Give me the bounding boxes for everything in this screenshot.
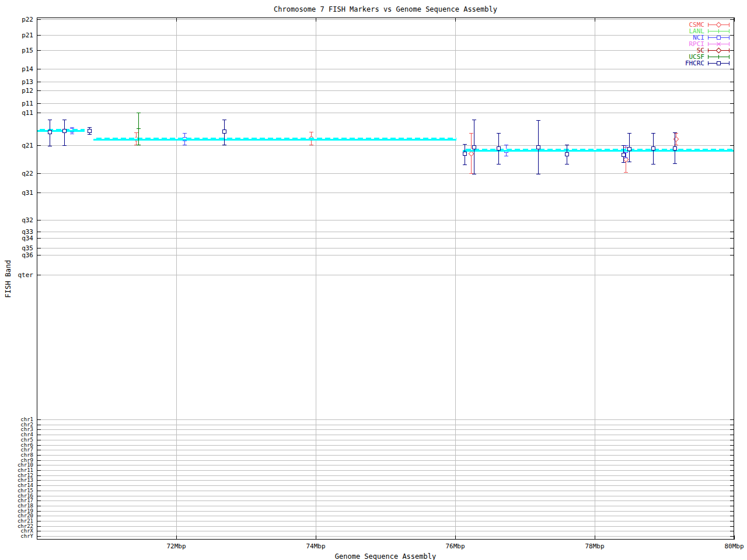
FHCRC-cap bbox=[48, 146, 52, 146]
y-tick bbox=[37, 232, 41, 232]
y-tick bbox=[730, 103, 734, 104]
FHCRC-cap bbox=[222, 120, 226, 120]
FHCRC-cap bbox=[622, 162, 626, 163]
y-tick bbox=[37, 531, 41, 531]
x-tick bbox=[316, 536, 316, 540]
y-tick-label: q35 bbox=[0, 245, 33, 251]
UCSF-cap bbox=[137, 113, 141, 113]
y-tick-label: p13 bbox=[0, 79, 33, 85]
x-tick bbox=[734, 18, 735, 22]
y-tick bbox=[37, 445, 41, 446]
y-tick bbox=[730, 238, 734, 239]
y-tick bbox=[730, 531, 734, 531]
y-tick bbox=[730, 440, 734, 440]
y-tick bbox=[37, 35, 41, 36]
FHCRC-cap bbox=[565, 145, 569, 145]
y-tick bbox=[730, 435, 734, 435]
FHCRC-marker bbox=[565, 152, 569, 156]
FHCRC-cap bbox=[673, 163, 677, 164]
x-tick bbox=[316, 18, 316, 22]
FHCRC-marker bbox=[497, 146, 501, 150]
legend-sample-cap bbox=[729, 42, 729, 46]
legend-label-rpci: RPCI bbox=[642, 41, 704, 47]
y-tick-label: q21 bbox=[0, 142, 33, 149]
y-tick bbox=[730, 173, 734, 174]
FHCRC-cap bbox=[673, 132, 677, 133]
y-tick bbox=[730, 470, 734, 471]
legend-lanl-marker bbox=[718, 29, 719, 33]
y-tick bbox=[730, 511, 734, 512]
x-tick-label: 72Mbp bbox=[156, 543, 197, 550]
FHCRC-cap bbox=[88, 134, 92, 135]
y-tick-label: p12 bbox=[0, 88, 33, 94]
y-tick bbox=[730, 82, 734, 82]
legend-sample-cap bbox=[729, 23, 729, 27]
legend-sample-cap bbox=[729, 55, 729, 59]
FHCRC-cap bbox=[463, 144, 467, 145]
y-tick bbox=[730, 232, 734, 232]
FHCRC-cap bbox=[62, 120, 67, 120]
FHCRC-cap bbox=[62, 145, 67, 146]
y-tick bbox=[37, 440, 41, 440]
x-tick bbox=[176, 18, 177, 22]
FHCRC-cap bbox=[472, 120, 476, 120]
y-tick bbox=[37, 511, 41, 512]
FHCRC-marker bbox=[673, 146, 677, 150]
y-tick bbox=[730, 536, 734, 537]
y-tick bbox=[37, 425, 41, 425]
y-tick bbox=[730, 480, 734, 481]
y-tick bbox=[37, 50, 41, 51]
FHCRC-marker bbox=[651, 146, 655, 150]
y-tick bbox=[37, 521, 41, 522]
y-tick-label: p14 bbox=[0, 66, 33, 72]
y-tick bbox=[730, 90, 734, 91]
y-tick-label: q36 bbox=[0, 252, 33, 258]
FHCRC-cap bbox=[472, 174, 476, 174]
y-tick bbox=[730, 145, 734, 146]
FHCRC-marker bbox=[62, 129, 67, 133]
y-tick bbox=[37, 82, 41, 82]
legend-sample-cap bbox=[708, 48, 708, 52]
y-tick bbox=[37, 465, 41, 466]
UCSF-cap bbox=[137, 145, 141, 145]
y-tick bbox=[37, 496, 41, 496]
y-tick-label: q31 bbox=[0, 190, 33, 196]
y-tick bbox=[730, 465, 734, 466]
legend-label-fhcrc: FHCRC bbox=[642, 60, 704, 66]
y-tick bbox=[37, 103, 41, 104]
FHCRC-cap bbox=[88, 127, 92, 128]
FHCRC-cap bbox=[627, 133, 631, 134]
y-tick bbox=[730, 220, 734, 220]
y-tick bbox=[37, 501, 41, 501]
legend-sample-cap bbox=[729, 61, 729, 65]
y-tick bbox=[37, 238, 41, 239]
y-tick bbox=[730, 485, 734, 486]
y-tick bbox=[730, 248, 734, 249]
y-tick bbox=[730, 501, 734, 501]
y-tick bbox=[37, 145, 41, 146]
y-tick bbox=[730, 496, 734, 496]
FHCRC-cap bbox=[536, 120, 540, 121]
FHCRC-cap bbox=[497, 133, 501, 134]
y-tick bbox=[730, 460, 734, 461]
legend-fhcrc-marker bbox=[717, 61, 721, 65]
y-tick bbox=[730, 50, 734, 51]
y-axis-title: FISH Band bbox=[4, 256, 12, 302]
y-tick bbox=[730, 521, 734, 522]
y-tick bbox=[37, 275, 41, 275]
y-tick bbox=[730, 419, 734, 420]
legend-sample-cap bbox=[708, 36, 708, 40]
x-tick-label: 80Mbp bbox=[714, 543, 747, 550]
FHCRC-cap bbox=[627, 162, 631, 162]
y-tick bbox=[37, 192, 41, 193]
y-tick bbox=[730, 255, 734, 256]
y-tick bbox=[730, 35, 734, 36]
FHCRC-marker bbox=[536, 145, 540, 149]
FHCRC-marker bbox=[622, 153, 626, 157]
legend-sample-cap bbox=[708, 42, 708, 46]
FHCRC-cap bbox=[651, 164, 655, 164]
legend-sample-cap bbox=[729, 36, 729, 40]
y-tick bbox=[37, 460, 41, 461]
FHCRC-marker bbox=[472, 145, 476, 149]
y-tick bbox=[37, 173, 41, 174]
